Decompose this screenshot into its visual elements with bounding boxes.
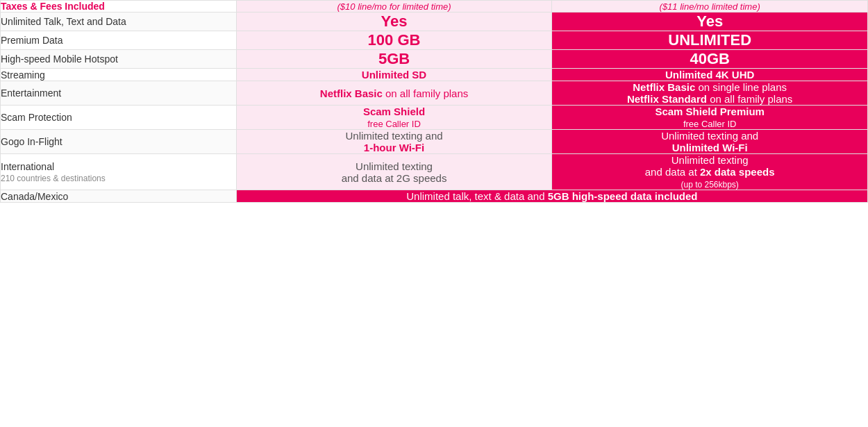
feature-label-talk: Unlimited Talk, Text and Data	[1, 12, 237, 31]
entertainment-plan1: Netflix Basic on all family plans	[236, 81, 552, 106]
feature-label-canada: Canada/Mexico	[1, 190, 237, 203]
premium-data-row: Premium Data 100 GB UNLIMITED	[1, 31, 868, 50]
gogo-plan2: Unlimited texting and Unlimited Wi-Fi	[552, 130, 868, 154]
gogo-row: Gogo In-Flight Unlimited texting and 1-h…	[1, 130, 868, 154]
streaming-plan2: Unlimited 4K UHD	[552, 69, 868, 81]
international-plan2-value: Unlimited texting and data at 2x data sp…	[645, 154, 775, 190]
feature-label-streaming: Streaming	[1, 69, 237, 81]
streaming-plan2-value: Unlimited 4K UHD	[665, 69, 754, 81]
international-row: International 210 countries & destinatio…	[1, 154, 868, 190]
gogo-plan1: Unlimited texting and 1-hour Wi-Fi	[236, 130, 552, 154]
feature-label-taxes: Taxes & Fees Included	[1, 1, 237, 12]
talk-plan2-value: Yes	[696, 12, 723, 30]
comparison-table: Taxes & Fees Included ($10 line/mo for l…	[0, 0, 868, 203]
scam-plan2: Scam Shield Premium free Caller ID	[552, 106, 868, 130]
feature-label-scam: Scam Protection	[1, 106, 237, 130]
feature-label-entertainment: Entertainment	[1, 81, 237, 106]
entertainment-plan2-value: Netflix Basic on single line plans Netfl…	[627, 81, 792, 105]
premium-data-plan2-value: UNLIMITED	[668, 31, 751, 49]
international-plan1-value: Unlimited texting and data at 2G speeds	[342, 160, 447, 184]
taxes-row: Taxes & Fees Included ($10 line/mo for l…	[1, 1, 868, 12]
international-plan1: Unlimited texting and data at 2G speeds	[236, 154, 552, 190]
talk-row: Unlimited Talk, Text and Data Yes Yes	[1, 12, 868, 31]
talk-plan1: Yes	[236, 12, 552, 31]
feature-label-premium-data: Premium Data	[1, 31, 237, 50]
entertainment-plan2: Netflix Basic on single line plans Netfl…	[552, 81, 868, 106]
canada-plan: Unlimited talk, text & data and 5GB high…	[236, 190, 867, 203]
talk-plan1-value: Yes	[381, 12, 408, 30]
feature-label-gogo: Gogo In-Flight	[1, 130, 237, 154]
gogo-plan1-value: Unlimited texting and 1-hour Wi-Fi	[345, 130, 442, 153]
gogo-plan2-value: Unlimited texting and Unlimited Wi-Fi	[661, 130, 758, 153]
hotspot-plan1-value: 5GB	[378, 50, 410, 67]
hotspot-plan2-value: 40GB	[690, 50, 729, 67]
taxes-plan1: ($10 line/mo for limited time)	[236, 1, 552, 12]
taxes-plan2: ($11 line/mo limited time)	[552, 1, 868, 12]
entertainment-row: Entertainment Netflix Basic on all famil…	[1, 81, 868, 106]
hotspot-plan2: 40GB	[552, 50, 868, 69]
hotspot-row: High-speed Mobile Hotspot 5GB 40GB	[1, 50, 868, 69]
streaming-plan1-value: Unlimited SD	[362, 69, 426, 81]
premium-data-plan1: 100 GB	[236, 31, 552, 50]
scam-row: Scam Protection Scam Shield free Caller …	[1, 106, 868, 130]
scam-plan2-value: Scam Shield Premium free Caller ID	[655, 106, 765, 129]
premium-data-plan2: UNLIMITED	[552, 31, 868, 50]
international-plan2: Unlimited texting and data at 2x data sp…	[552, 154, 868, 190]
streaming-row: Streaming Unlimited SD Unlimited 4K UHD	[1, 69, 868, 81]
scam-plan1-value: Scam Shield free Caller ID	[363, 106, 425, 129]
talk-plan2: Yes	[552, 12, 868, 31]
canada-plan-value: Unlimited talk, text & data and 5GB high…	[406, 190, 697, 202]
canada-row: Canada/Mexico Unlimited talk, text & dat…	[1, 190, 868, 203]
premium-data-plan1-value: 100 GB	[368, 31, 421, 49]
entertainment-plan1-value: Netflix Basic on all family plans	[320, 87, 468, 99]
hotspot-plan1: 5GB	[236, 50, 552, 69]
feature-label-hotspot: High-speed Mobile Hotspot	[1, 50, 237, 69]
streaming-plan1: Unlimited SD	[236, 69, 552, 81]
scam-plan1: Scam Shield free Caller ID	[236, 106, 552, 130]
feature-label-international: International 210 countries & destinatio…	[1, 154, 237, 190]
